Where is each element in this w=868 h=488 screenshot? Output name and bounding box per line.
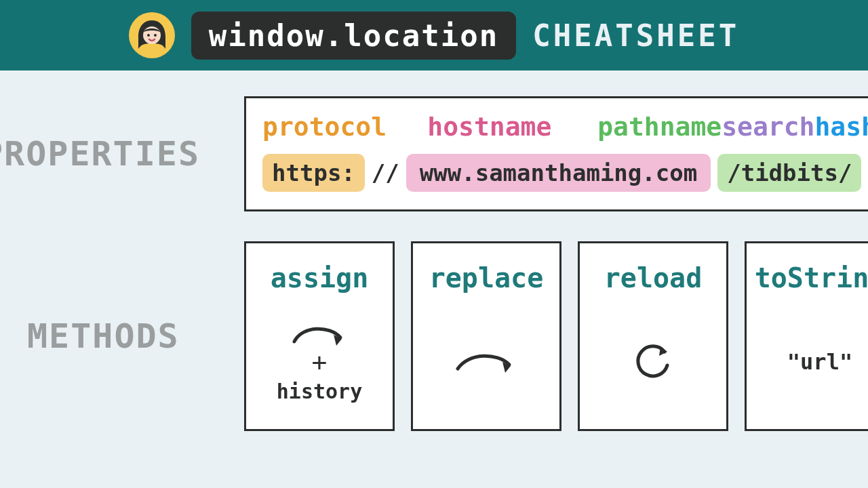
method-assign-history: history: [277, 380, 362, 403]
value-hostname: www.samanthaming.com: [406, 154, 711, 192]
properties-row: PROPERTIES protocol hostname pathname se…: [0, 96, 868, 211]
reload-icon: [629, 338, 677, 386]
value-separator: //: [372, 159, 399, 186]
method-tostring-value: "url": [787, 349, 852, 375]
method-reload-illustration: [629, 307, 677, 417]
method-reload: reload: [578, 241, 728, 431]
value-pathname: /tidbits/: [717, 154, 861, 192]
properties-label: PROPERTIES: [0, 134, 224, 174]
avatar-face-icon: [129, 12, 175, 58]
methods-list: assign + history replace: [244, 241, 868, 431]
methods-label: METHODS: [0, 317, 224, 356]
method-assign-name: assign: [271, 262, 369, 293]
method-assign-illustration: + history: [277, 307, 362, 417]
label-hostname: hostname: [427, 112, 597, 142]
main: PROPERTIES protocol hostname pathname se…: [0, 70, 868, 431]
property-labels: protocol hostname pathname search hash: [262, 112, 868, 142]
forward-arrow-icon: [452, 347, 520, 377]
header: window.location CHEATSHEET: [0, 0, 868, 70]
label-hash: hash: [814, 112, 868, 142]
properties-box: protocol hostname pathname search hash h…: [244, 96, 868, 211]
method-reload-name: reload: [604, 262, 703, 293]
label-protocol: protocol: [262, 112, 427, 142]
property-values: https: // www.samanthaming.com /tidbits/…: [262, 154, 868, 192]
title-code: window.location: [191, 12, 516, 60]
method-tostring: toString "url": [745, 241, 868, 431]
value-protocol: https:: [262, 154, 365, 192]
forward-arrow-icon: [289, 321, 350, 348]
avatar: [129, 12, 175, 58]
svg-point-2: [154, 34, 157, 37]
method-replace: replace: [411, 241, 561, 431]
method-replace-illustration: [452, 307, 520, 417]
methods-row: METHODS assign + history replace: [0, 241, 868, 431]
method-tostring-illustration: "url": [787, 307, 852, 417]
title-group: window.location CHEATSHEET: [191, 12, 739, 60]
method-assign: assign + history: [244, 241, 395, 431]
label-search: search: [722, 112, 814, 142]
label-pathname: pathname: [597, 112, 722, 142]
method-replace-name: replace: [429, 262, 544, 293]
title-suffix: CHEATSHEET: [532, 18, 739, 53]
method-tostring-name: toString: [755, 262, 868, 293]
svg-point-1: [147, 34, 150, 37]
plus-icon: +: [312, 347, 328, 377]
